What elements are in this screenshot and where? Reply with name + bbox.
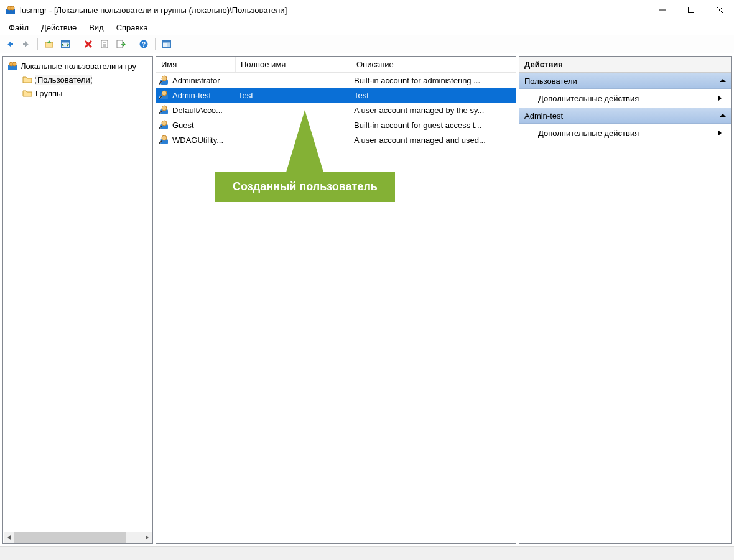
column-header-fullname[interactable]: Полное имя [236,57,351,72]
app-icon [5,4,16,16]
user-icon [159,75,170,86]
svg-rect-9 [45,42,53,47]
cell-name: Admin-test [156,88,236,103]
menu-action[interactable]: Действие [35,20,83,35]
export-list-button[interactable] [113,37,128,52]
users-groups-icon [7,60,18,71]
svg-point-32 [162,106,167,111]
svg-point-39 [159,142,160,144]
column-header-desc[interactable]: Описание [351,57,516,72]
cell-fullname [236,73,351,88]
tree-node-users[interactable]: Пользователи [3,73,152,86]
svg-rect-4 [689,7,694,13]
user-name: Administrator [172,76,220,85]
cell-name: WDAGUtility... [156,132,236,147]
help-button[interactable]: ? [136,37,151,52]
svg-rect-11 [62,41,70,43]
svg-rect-20 [163,41,171,43]
menu-file[interactable]: Файл [2,20,35,35]
tree-root[interactable]: Локальные пользователи и гру [3,59,152,73]
user-row[interactable]: WDAGUtility...A user account managed and… [156,132,516,147]
cell-desc: Built-in account for guest access t... [351,117,516,132]
cell-desc: A user account managed by the sy... [351,103,516,117]
delete-button[interactable] [81,37,96,52]
workspace: Локальные пользователи и гру Пользовател… [0,53,734,546]
column-header-name[interactable]: Имя [156,57,236,72]
toolbar-separator [132,38,132,50]
toolbar: ? [0,35,734,53]
user-row[interactable]: AdministratorBuilt-in account for admini… [156,73,516,88]
svg-point-35 [162,121,167,126]
svg-rect-21 [167,43,170,47]
toolbar-separator [77,38,77,50]
actions-link-label: Дополнительные действия [538,129,639,138]
list-header: Имя Полное имя Описание [156,57,516,73]
properties-button[interactable] [97,37,112,52]
menu-help[interactable]: Справка [110,20,154,35]
menubar: Файл Действие Вид Справка [0,20,734,35]
actions-section-selected[interactable]: Admin-test [519,108,731,124]
user-icon [159,104,170,116]
cell-name: DefaultAcco... [156,103,236,117]
user-icon [159,134,170,145]
cell-fullname [236,117,351,132]
minimize-button[interactable] [648,0,677,20]
chevron-right-icon [715,130,725,136]
actions-link-label: Дополнительные действия [538,94,639,103]
user-icon [159,90,170,101]
scroll-thumb[interactable] [14,532,126,543]
statusbar [0,546,734,560]
up-folder-button[interactable] [42,37,57,52]
show-hide-actions-button[interactable] [159,37,174,52]
window-titlebar: lusrmgr - [Локальные пользователи и груп… [0,0,734,20]
cell-fullname [236,103,351,117]
folder-icon [22,74,33,85]
actions-section-users[interactable]: Пользователи [519,73,731,89]
chevron-right-icon [715,95,725,101]
user-row[interactable]: GuestBuilt-in account for guest access t… [156,117,516,132]
menu-view[interactable]: Вид [83,20,110,35]
show-hide-tree-button[interactable] [58,37,73,52]
user-name: DefaultAcco... [172,106,223,115]
svg-text:?: ? [142,41,146,48]
svg-point-33 [159,112,160,114]
tree-horizontal-scrollbar[interactable] [4,532,152,543]
callout-text: Созданный пользователь [215,172,395,202]
user-name: Guest [172,121,194,130]
tree: Локальные пользователи и гру Пользовател… [3,57,152,543]
user-icon [159,119,170,131]
svg-point-2 [11,6,14,10]
actions-link-more-users[interactable]: Дополнительные действия [519,89,731,108]
user-name: WDAGUtility... [172,135,223,145]
cell-desc: A user account managed and used... [351,132,516,147]
list-pane: Имя Полное имя Описание AdministratorBui… [156,56,516,544]
window-controls [648,0,734,20]
tree-groups-label: Группы [35,89,62,98]
actions-section-users-label: Пользователи [524,76,720,86]
forward-button[interactable] [19,37,34,52]
toolbar-separator [155,38,156,50]
collapse-icon [720,78,726,84]
cell-name: Administrator [156,73,236,88]
svg-point-38 [162,135,167,140]
scroll-left-button[interactable] [4,532,14,543]
svg-point-29 [162,91,167,96]
window-title: lusrmgr - [Локальные пользователи и груп… [20,6,648,15]
cell-desc: Test [351,88,516,103]
svg-point-30 [159,98,160,99]
actions-section-selected-label: Admin-test [524,111,720,121]
cell-fullname [236,132,351,147]
cell-fullname: Test [236,88,351,103]
scroll-right-button[interactable] [141,532,152,543]
tree-pane: Локальные пользователи и гру Пользовател… [2,56,153,544]
back-button[interactable] [2,37,17,52]
svg-point-27 [159,83,160,84]
close-button[interactable] [705,0,734,20]
user-name: Admin-test [172,91,211,100]
user-row[interactable]: Admin-testTestTest [156,88,516,103]
tree-node-groups[interactable]: Группы [3,86,152,100]
user-row[interactable]: DefaultAcco...A user account managed by … [156,103,516,117]
maximize-button[interactable] [677,0,705,20]
actions-link-more-selected[interactable]: Дополнительные действия [519,124,731,142]
folder-icon [22,88,33,99]
